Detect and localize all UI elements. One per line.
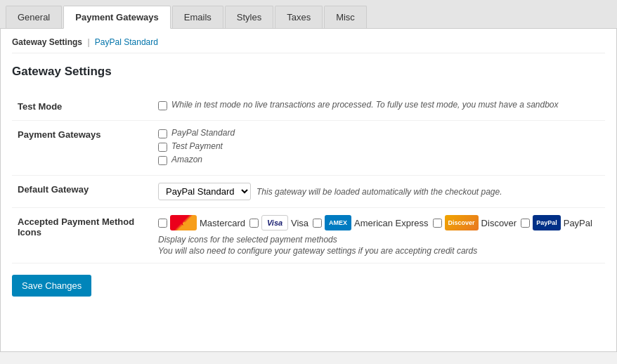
tab-taxes[interactable]: Taxes (275, 6, 323, 28)
gateway-option-2: Amazon (158, 155, 599, 165)
default-gateway-note: This gateway will be loaded automaticall… (256, 187, 502, 197)
visa-item: Visa Visa (249, 215, 308, 230)
gateway-paypal-checkbox[interactable] (158, 129, 167, 138)
save-button[interactable]: Save Changes (12, 275, 91, 297)
breadcrumb: Gateway Settings | PayPal Standard (12, 37, 605, 53)
test-mode-checkbox-wrap: While in test mode no live transactions … (158, 100, 599, 110)
paypal-item: PayPal PayPal (521, 215, 592, 230)
gateway-option-0: PayPal Standard (158, 128, 599, 138)
tab-general[interactable]: General (6, 6, 62, 28)
gateway-amazon-label: Amazon (171, 155, 202, 164)
discover-item: Discover Discover (433, 215, 517, 230)
gateway-amazon-checkbox[interactable] (158, 156, 167, 165)
payment-note-1: Display icons for the selected payment m… (158, 235, 599, 245)
amex-icon: AMEX (325, 215, 351, 230)
paypal-checkbox[interactable] (521, 219, 530, 228)
mastercard-icon: ●● (170, 215, 197, 230)
tab-misc[interactable]: Misc (324, 6, 367, 28)
mastercard-item: ●● Mastercard (158, 215, 245, 230)
payment-gateways-row: Payment Gateways PayPal Standard Test Pa… (12, 121, 605, 176)
content-area: Gateway Settings | PayPal Standard Gatew… (0, 29, 617, 352)
discover-label: Discover (481, 218, 517, 228)
default-gateway-row: Default Gateway PayPal Standard This gat… (12, 176, 605, 208)
paypal-icon: PayPal (533, 215, 561, 230)
default-gateway-label: Default Gateway (12, 176, 152, 208)
default-gateway-field: PayPal Standard This gateway will be loa… (152, 176, 605, 208)
default-gateway-select[interactable]: PayPal Standard (158, 183, 251, 200)
discover-checkbox[interactable] (433, 219, 442, 228)
amex-checkbox[interactable] (313, 219, 322, 228)
payment-note-2: You will also need to configure your gat… (158, 246, 599, 256)
test-mode-row: Test Mode While in test mode no live tra… (12, 93, 605, 121)
payment-gateways-field: PayPal Standard Test Payment Amazon (152, 121, 605, 176)
mastercard-checkbox[interactable] (158, 219, 167, 228)
mastercard-label: Mastercard (200, 218, 245, 228)
gateway-test-label: Test Payment (171, 141, 223, 151)
breadcrumb-separator: | (87, 37, 89, 47)
paypal-label: PayPal (564, 218, 592, 228)
tabs-bar: General Payment Gateways Emails Styles T… (0, 0, 617, 29)
payment-icons-row: ●● Mastercard Visa Visa (158, 215, 599, 230)
visa-label: Visa (291, 218, 308, 228)
gateway-option-1: Test Payment (158, 141, 599, 152)
amex-item: AMEX American Express (313, 215, 428, 230)
test-mode-field: While in test mode no live transactions … (152, 93, 605, 121)
accepted-payment-row: Accepted Payment Method Icons ●● Masterc… (12, 208, 605, 264)
breadcrumb-paypal-link[interactable]: PayPal Standard (95, 37, 158, 47)
test-mode-note: While in test mode no live transactions … (171, 100, 559, 110)
test-mode-label: Test Mode (12, 93, 152, 121)
default-gateway-select-wrap: PayPal Standard This gateway will be loa… (158, 183, 599, 200)
amex-label: American Express (354, 218, 428, 228)
gateway-test-checkbox[interactable] (158, 143, 167, 152)
visa-icon: Visa (261, 215, 288, 230)
accepted-payment-field: ●● Mastercard Visa Visa (152, 208, 605, 264)
gateway-paypal-label: PayPal Standard (171, 128, 235, 138)
tab-emails[interactable]: Emails (172, 6, 223, 28)
accepted-payment-label: Accepted Payment Method Icons (12, 208, 152, 264)
discover-icon: Discover (445, 215, 479, 230)
tab-payment-gateways[interactable]: Payment Gateways (63, 6, 171, 29)
breadcrumb-current: Gateway Settings (12, 37, 82, 47)
section-title: Gateway Settings (12, 65, 605, 79)
test-mode-checkbox[interactable] (158, 101, 167, 110)
settings-table: Test Mode While in test mode no live tra… (12, 93, 605, 264)
payment-gateways-label: Payment Gateways (12, 121, 152, 176)
tab-styles[interactable]: Styles (225, 6, 273, 28)
visa-checkbox[interactable] (249, 219, 259, 228)
